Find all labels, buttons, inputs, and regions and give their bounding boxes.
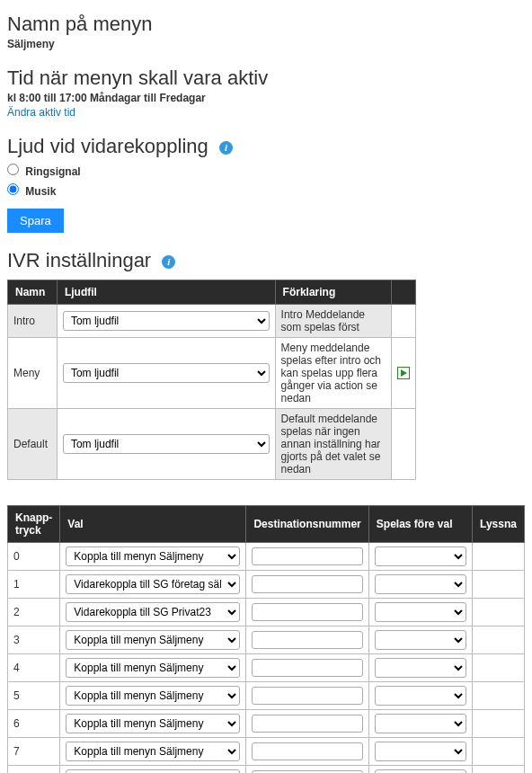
- row-key: 7: [8, 738, 60, 766]
- col-listen: Lyssna: [473, 506, 525, 543]
- row-desc: Default meddelande spelas när ingen anna…: [275, 409, 391, 480]
- forwarding-sound-title: Ljud vid vidarekoppling i: [7, 135, 525, 158]
- table-row: 0Koppla till menyn Säljmeny: [8, 543, 525, 571]
- choice-select[interactable]: Vidarekoppla till SG Privat23: [66, 602, 240, 622]
- row-desc: Meny meddelande spelas efter intro och k…: [275, 338, 391, 409]
- play-before-select[interactable]: [375, 546, 466, 566]
- row-key: 2: [8, 599, 60, 626]
- col-name: Namn: [8, 280, 58, 305]
- ivr-settings-title: IVR inställningar i: [7, 249, 525, 272]
- soundfile-select[interactable]: Tom ljudfil: [63, 434, 270, 454]
- table-row: 5Koppla till menyn Säljmeny: [8, 682, 525, 710]
- choice-select[interactable]: Koppla till menyn Säljmeny: [66, 630, 240, 650]
- play-before-select[interactable]: [375, 686, 466, 706]
- choice-select[interactable]: Koppla till menyn Säljmeny: [66, 686, 240, 706]
- row-key: 8: [8, 766, 60, 774]
- menu-name-value: Säljmeny: [7, 38, 525, 50]
- table-row: 1Vidarekoppla till SG företag sälj: [8, 571, 525, 599]
- music-label: Musik: [25, 185, 56, 198]
- destination-input[interactable]: [252, 715, 362, 733]
- col-play: [391, 280, 415, 305]
- ring-signal-label: Ringsignal: [25, 165, 80, 178]
- choice-select[interactable]: Koppla till menyn Säljmeny: [66, 769, 240, 773]
- row-key: 0: [8, 543, 60, 571]
- play-before-select[interactable]: [375, 714, 466, 733]
- info-icon[interactable]: i: [162, 255, 175, 269]
- active-time-title: Tid när menyn skall vara aktiv: [7, 67, 525, 90]
- choice-select[interactable]: Koppla till menyn Säljmeny: [66, 742, 240, 761]
- soundfile-select[interactable]: Tom ljudfil: [63, 311, 270, 331]
- row-name: Meny: [8, 338, 58, 409]
- row-name: Default: [8, 409, 58, 480]
- info-icon[interactable]: i: [219, 141, 233, 155]
- active-time-value: kl 8:00 till 17:00 Måndagar till Fredaga…: [7, 92, 525, 104]
- row-key: 5: [8, 682, 60, 710]
- play-before-select[interactable]: [375, 602, 466, 622]
- choice-select[interactable]: Vidarekoppla till SG företag sälj: [66, 574, 240, 594]
- row-key: 1: [8, 571, 60, 599]
- row-name: Intro: [8, 305, 58, 338]
- choice-select[interactable]: Koppla till menyn Säljmeny: [66, 658, 240, 678]
- destination-input[interactable]: [252, 742, 362, 760]
- col-choice: Val: [60, 506, 246, 543]
- destination-input[interactable]: [252, 603, 362, 621]
- table-row: 8Koppla till menyn Säljmeny: [8, 766, 525, 774]
- ring-signal-radio[interactable]: [7, 164, 19, 175]
- destination-input[interactable]: [252, 659, 362, 677]
- destination-input[interactable]: [252, 575, 362, 593]
- play-before-select[interactable]: [375, 574, 466, 594]
- play-icon[interactable]: [397, 367, 410, 379]
- table-row: DefaultTom ljudfilDefault meddelande spe…: [8, 409, 416, 480]
- row-key: 6: [8, 710, 60, 738]
- col-explanation: Förklaring: [275, 280, 391, 305]
- row-desc: Intro Meddelande som spelas först: [275, 305, 391, 338]
- choice-select[interactable]: Koppla till menyn Säljmeny: [66, 546, 240, 566]
- col-destination: Destinationsnummer: [246, 506, 368, 543]
- col-play-before: Spelas före val: [368, 506, 472, 543]
- row-key: 3: [8, 626, 60, 654]
- soundfile-select[interactable]: Tom ljudfil: [63, 363, 270, 383]
- table-row: IntroTom ljudfilIntro Meddelande som spe…: [8, 305, 416, 338]
- table-row: 3Koppla till menyn Säljmeny: [8, 626, 525, 654]
- table-row: 4Koppla till menyn Säljmeny: [8, 654, 525, 682]
- table-row: 6Koppla till menyn Säljmeny: [8, 710, 525, 738]
- destination-input[interactable]: [252, 631, 362, 649]
- save-button[interactable]: Spara: [7, 209, 64, 233]
- col-keypress: Knapp-tryck: [8, 506, 60, 543]
- play-before-select[interactable]: [375, 742, 466, 761]
- sound-files-table: Namn Ljudfil Förklaring IntroTom ljudfil…: [7, 280, 416, 480]
- row-key: 4: [8, 654, 60, 682]
- music-radio[interactable]: [7, 183, 19, 195]
- play-before-select[interactable]: [375, 658, 466, 678]
- table-row: MenyTom ljudfilMeny meddelande spelas ef…: [8, 338, 416, 409]
- choice-select[interactable]: Koppla till menyn Säljmeny: [66, 714, 240, 733]
- change-active-time-link[interactable]: Ändra aktiv tid: [7, 106, 75, 119]
- destination-input[interactable]: [252, 687, 362, 705]
- play-before-select[interactable]: [375, 769, 466, 773]
- table-row: 2Vidarekoppla till SG Privat23: [8, 599, 525, 626]
- table-row: 7Koppla till menyn Säljmeny: [8, 738, 525, 766]
- play-before-select[interactable]: [375, 630, 466, 650]
- keypad-table: Knapp-tryck Val Destinationsnummer Spela…: [7, 505, 525, 773]
- col-soundfile: Ljudfil: [57, 280, 275, 305]
- menu-name-title: Namn på menyn: [7, 13, 525, 36]
- destination-input[interactable]: [252, 547, 362, 565]
